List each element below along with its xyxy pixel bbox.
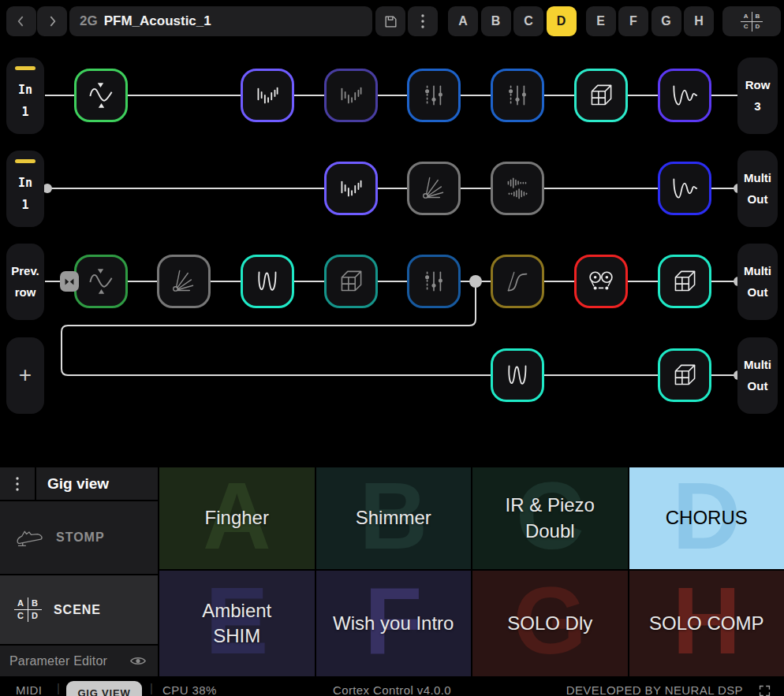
forward-button[interactable] <box>37 6 67 36</box>
chorus-icon <box>501 359 534 392</box>
divider: | <box>57 681 60 694</box>
stomp-label: STOMP <box>56 530 105 545</box>
reverb-icon <box>251 79 284 112</box>
bottom-panel: Gig view STOMP ABCD SCENE Parameter Edit… <box>0 467 784 676</box>
chevron-right-icon <box>44 13 60 29</box>
scene-pad-a[interactable]: AFingher <box>159 467 315 569</box>
tape-icon <box>584 265 618 298</box>
scene-slot-f[interactable]: F <box>618 6 648 36</box>
cab-icon <box>334 265 368 298</box>
cab-block[interactable] <box>574 69 628 122</box>
delay-block[interactable] <box>658 162 711 215</box>
spring-block[interactable] <box>157 255 211 308</box>
tape-block[interactable] <box>574 255 628 308</box>
chorus-block[interactable] <box>241 255 294 308</box>
save-icon <box>383 14 398 29</box>
multi-out-node[interactable]: MultiOut <box>737 151 778 227</box>
input-node[interactable]: In1 <box>6 58 44 134</box>
scene-pad-g[interactable]: GSOLO Dly <box>472 571 628 676</box>
doubler-icon <box>501 172 534 205</box>
node-label: 1 <box>21 105 28 119</box>
eq-icon <box>501 79 534 112</box>
node-label: In <box>18 176 32 190</box>
gig-view-menu-button[interactable] <box>0 467 35 500</box>
node-label: row <box>15 285 36 299</box>
input-active-badge <box>15 66 35 70</box>
app-version: Cortex Control v4.0.0 <box>333 683 451 696</box>
scene-mode-button[interactable]: ABCD <box>722 6 781 36</box>
scene-pad-d[interactable]: DCHORUS <box>629 467 784 569</box>
cab-icon <box>668 359 701 392</box>
back-button[interactable] <box>6 6 36 36</box>
plus-icon: + <box>19 363 32 388</box>
stomp-view-button[interactable]: STOMP <box>0 501 158 574</box>
kebab-menu-icon <box>16 477 19 491</box>
save-button[interactable] <box>375 6 405 36</box>
spring-block[interactable] <box>407 162 461 215</box>
eq-icon <box>417 79 450 112</box>
scene-view-button[interactable]: ABCD SCENE <box>0 575 158 644</box>
preset-name-field[interactable]: 2G PFM_Acoustic_1 <box>69 6 372 36</box>
doubler-block[interactable] <box>491 162 544 215</box>
split-node-dot[interactable] <box>469 275 482 288</box>
scene-slot-g[interactable]: G <box>651 6 681 36</box>
reverb-icon <box>334 172 368 205</box>
scene-slot-c[interactable]: C <box>513 6 543 36</box>
saturation-block[interactable] <box>491 255 544 308</box>
scene-pad-b[interactable]: BShimmer <box>316 467 472 569</box>
gain-icon <box>84 265 118 298</box>
chorus-block[interactable] <box>491 348 544 402</box>
prev-row-node[interactable]: Prev.row <box>6 244 44 320</box>
tab-gig-view[interactable]: GIG VIEW <box>66 681 142 696</box>
cab-block[interactable] <box>324 255 378 308</box>
tab-midi[interactable]: MIDI <box>16 683 42 696</box>
input-active-badge <box>15 159 35 163</box>
saturation-icon <box>501 265 534 298</box>
gain-block[interactable] <box>74 255 128 308</box>
scene-pad-label: CHORUS <box>666 505 748 530</box>
eq-block[interactable] <box>407 255 461 308</box>
reverb-block[interactable] <box>324 69 378 122</box>
fullscreen-icon[interactable] <box>758 684 771 696</box>
reverb-icon <box>334 79 368 112</box>
reverb-block[interactable] <box>324 162 378 215</box>
scene-slot-e[interactable]: E <box>586 6 616 36</box>
kebab-menu-icon <box>421 14 424 28</box>
scene-pad-grid: AFingherBShimmerCIR & PiezoDoublDCHORUSE… <box>159 467 784 676</box>
add-row-button[interactable]: + <box>6 337 44 414</box>
scene-pad-f[interactable]: FWish you Intro <box>316 571 472 676</box>
eq-block[interactable] <box>407 69 461 122</box>
more-options-button[interactable] <box>408 6 438 36</box>
scene-slot-b[interactable]: B <box>481 6 511 36</box>
merge-icon <box>64 277 75 287</box>
multi-out-node[interactable]: MultiOut <box>737 337 778 414</box>
scene-slot-d[interactable]: D <box>547 6 577 36</box>
input-node[interactable]: In1 <box>6 151 44 227</box>
stomp-shoe-icon <box>14 527 44 549</box>
splitter-node[interactable] <box>60 271 79 292</box>
cab-block[interactable] <box>658 255 711 308</box>
panel-title: Gig view <box>36 467 158 500</box>
eye-icon[interactable] <box>129 655 147 667</box>
row-link-node[interactable]: Row3 <box>737 58 778 134</box>
top-bar: 2G PFM_Acoustic_1 ABCD ABCDEFGH <box>6 6 781 36</box>
node-label: Out <box>748 285 768 299</box>
scene-slot-h[interactable]: H <box>684 6 714 36</box>
scene-pad-c[interactable]: CIR & PiezoDoubl <box>472 467 628 569</box>
scene-pad-e[interactable]: EAmbientSHIM <box>159 571 315 676</box>
sidebar-header: Gig view <box>0 467 158 500</box>
node-label: Multi <box>744 358 771 371</box>
parameter-editor-toggle[interactable]: Parameter Editor <box>0 646 158 676</box>
view-sidebar: Gig view STOMP ABCD SCENE Parameter Edit… <box>0 467 158 676</box>
reverb-block[interactable] <box>241 69 294 122</box>
cab-icon <box>668 265 701 298</box>
cab-block[interactable] <box>658 348 711 402</box>
scene-pad-h[interactable]: HSOLO COMP <box>629 571 784 676</box>
multi-out-node[interactable]: MultiOut <box>737 244 778 320</box>
delay-block[interactable] <box>658 69 711 122</box>
eq-block[interactable] <box>491 69 544 122</box>
gain-block[interactable] <box>74 69 128 122</box>
panel-title-text: Gig view <box>47 475 109 493</box>
cab-icon <box>584 79 618 112</box>
scene-slot-a[interactable]: A <box>448 6 478 36</box>
